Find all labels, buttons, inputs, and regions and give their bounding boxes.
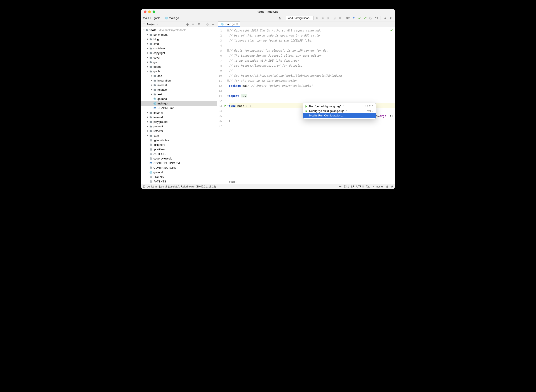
project-header-label[interactable]: Project (146, 23, 155, 26)
tree-item[interactable]: .gitattributes (141, 138, 217, 142)
debug-icon[interactable] (320, 16, 325, 21)
tree-item[interactable]: main.go (141, 101, 217, 106)
tree-item[interactable]: imports (141, 110, 217, 115)
breadcrumb: tools 〉 gopls 〉 main.go (143, 16, 179, 20)
indent-type[interactable]: Tab (366, 185, 370, 188)
tree-item[interactable]: container (141, 46, 217, 51)
project-sidebar: Project tools~/GolandProjects/toolsbench… (141, 21, 217, 184)
file-encoding[interactable]: UTF-8 (356, 185, 364, 188)
tree-root[interactable]: tools~/GolandProjects/tools (141, 28, 217, 32)
tree-item[interactable]: gopls (141, 69, 217, 74)
menu-item-debug[interactable]: Debug 'go build golang.org/...' ^⇧F9 (303, 109, 376, 113)
tree-item[interactable]: codereview.cfg (141, 156, 217, 161)
svg-point-18 (154, 103, 155, 103)
tree-item[interactable]: .prettierrc (141, 147, 217, 152)
breadcrumb-item[interactable]: main.go (165, 16, 179, 20)
tab-main-go[interactable]: main.go × (218, 21, 240, 27)
tree-item[interactable]: PATENTS (141, 179, 217, 184)
tree-item[interactable]: go (141, 60, 217, 65)
code-editor[interactable]: 1234567891011121314222324252627 // Copyr… (217, 27, 395, 179)
collapse-all-icon[interactable] (196, 22, 201, 27)
tree-item[interactable]: test (141, 92, 217, 97)
tree-item[interactable]: AUTHORS (141, 152, 217, 156)
svg-point-3 (322, 18, 324, 19)
fold-column (227, 27, 229, 179)
svg-point-25 (150, 172, 150, 173)
menu-item-modify-config[interactable]: Modify Run Configuration... (303, 113, 376, 118)
tree-item[interactable]: release (141, 87, 217, 92)
menu-item-run[interactable]: Run 'go build golang.org/...' ^⇧F10 (303, 104, 376, 109)
svg-point-1 (166, 18, 166, 18)
svg-point-29 (222, 23, 223, 24)
svg-point-38 (373, 186, 373, 186)
tree-item[interactable]: txtar (141, 133, 217, 138)
git-rollback-icon[interactable] (374, 16, 379, 21)
tree-item[interactable]: MDREADME.md (141, 106, 217, 110)
lock-icon[interactable] (386, 185, 388, 188)
add-configuration-button[interactable]: Add Configuration... (286, 16, 314, 20)
locate-icon[interactable] (185, 22, 190, 27)
gear-icon[interactable] (205, 22, 210, 27)
svg-point-42 (391, 186, 393, 187)
stop-icon[interactable] (337, 16, 342, 21)
tree-item[interactable]: internal (141, 83, 217, 87)
svg-rect-13 (212, 24, 214, 24)
tree-item[interactable]: playground (141, 120, 217, 124)
expand-all-icon[interactable] (191, 22, 195, 27)
svg-point-24 (150, 171, 152, 173)
profile-icon[interactable] (332, 16, 336, 21)
tree-item[interactable]: present (141, 124, 217, 129)
cursor-position[interactable]: 23:1 (344, 185, 349, 188)
cloud-icon[interactable] (339, 185, 342, 188)
coverage-icon[interactable] (326, 16, 331, 21)
tree-item[interactable]: LICENSE (141, 175, 217, 179)
git-branch[interactable]: master (372, 185, 384, 188)
tree-item[interactable]: refactor (141, 129, 217, 133)
breadcrumb-item[interactable]: tools (143, 16, 149, 20)
git-history-icon[interactable] (368, 16, 373, 21)
titlebar: tools – main.go (141, 9, 395, 15)
user-icon[interactable] (277, 16, 282, 21)
chevron-down-icon[interactable] (156, 23, 158, 25)
tree-item[interactable]: cover (141, 55, 217, 60)
tree-item[interactable]: cmd (141, 42, 217, 46)
tree-item[interactable]: CONTRIBUTORS (141, 165, 217, 170)
hector-icon[interactable] (391, 185, 394, 188)
svg-rect-41 (386, 186, 388, 187)
breadcrumb-item[interactable]: gopls (153, 16, 160, 20)
tree-item[interactable]: doc (141, 74, 217, 78)
tree-item[interactable]: .gitignore (141, 142, 217, 147)
status-message[interactable]: go list -m -json all (testdata): Failed … (147, 185, 216, 188)
tree-item[interactable]: go.mod (141, 97, 217, 101)
line-separator[interactable]: LF (351, 185, 354, 188)
tree-item[interactable]: copyright (141, 51, 217, 55)
search-icon[interactable] (383, 16, 387, 21)
tab-label: main.go (225, 23, 235, 26)
svg-point-27 (221, 23, 223, 25)
gutter-context-menu: Run 'go build golang.org/...' ^⇧F10 Debu… (303, 103, 376, 119)
gear-icon[interactable] (388, 16, 393, 21)
hide-icon[interactable] (211, 22, 215, 27)
tree-item[interactable]: blog (141, 37, 217, 42)
run-icon[interactable] (315, 16, 319, 21)
svg-point-28 (222, 23, 222, 24)
line-gutter: 1234567891011121314222324252627 (217, 27, 223, 179)
tree-item[interactable]: godoc (141, 65, 217, 69)
close-tab-icon[interactable]: × (236, 22, 238, 26)
inspection-ok-icon[interactable] (390, 29, 393, 32)
tree-item[interactable]: internal (141, 115, 217, 120)
editor-breadcrumb[interactable]: main() (217, 179, 395, 184)
svg-point-7 (384, 17, 386, 19)
project-tree[interactable]: tools~/GolandProjects/toolsbenchmarkblog… (141, 27, 217, 184)
tree-item[interactable]: go.mod (141, 170, 217, 175)
tool-window-icon[interactable] (142, 185, 146, 188)
tree-item[interactable]: integration (141, 78, 217, 83)
git-commit-icon[interactable] (357, 16, 362, 21)
svg-point-40 (374, 186, 374, 186)
git-push-icon[interactable] (363, 16, 367, 21)
run-gutter-icon[interactable] (224, 104, 227, 107)
tree-item[interactable]: benchmark (141, 32, 217, 37)
status-bar: go list -m -json all (testdata): Failed … (141, 184, 395, 189)
tree-item[interactable]: MDCONTRIBUTING.md (141, 161, 217, 165)
git-update-icon[interactable] (351, 16, 356, 21)
